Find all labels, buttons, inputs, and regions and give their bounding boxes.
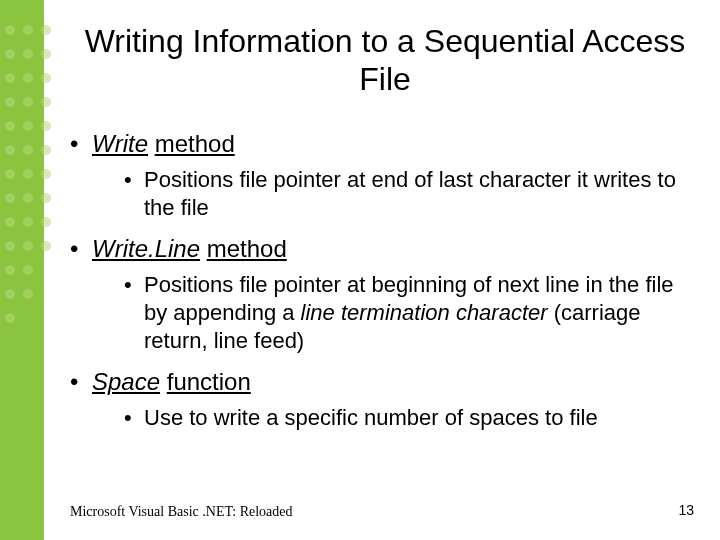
term-word: method (207, 235, 287, 262)
sub-list: Positions file pointer at beginning of n… (92, 271, 700, 355)
sub-item: Positions file pointer at end of last ch… (124, 166, 700, 222)
list-item: Write.Line method Positions file pointer… (70, 234, 700, 355)
list-item: Space function Use to write a specific n… (70, 367, 700, 432)
term-word: function (167, 368, 251, 395)
sub-item: Use to write a specific number of spaces… (124, 404, 700, 432)
term-word: method (155, 130, 235, 157)
term: Space (92, 368, 160, 395)
term: Write (92, 130, 148, 157)
slide-content: Writing Information to a Sequential Acce… (70, 22, 700, 444)
slide-title: Writing Information to a Sequential Acce… (70, 22, 700, 99)
sub-text-ital: line termination character (301, 300, 548, 325)
footer-text: Microsoft Visual Basic .NET: Reloaded (70, 504, 293, 520)
sub-text: Use to write a specific number of spaces… (144, 405, 598, 430)
sidebar-accent (0, 0, 44, 540)
list-item: Write method Positions file pointer at e… (70, 129, 700, 222)
page-number: 13 (678, 502, 694, 518)
term: Write.Line (92, 235, 200, 262)
sub-item: Positions file pointer at beginning of n… (124, 271, 700, 355)
sub-list: Positions file pointer at end of last ch… (92, 166, 700, 222)
sub-list: Use to write a specific number of spaces… (92, 404, 700, 432)
bullet-list: Write method Positions file pointer at e… (70, 129, 700, 432)
sub-text: Positions file pointer at end of last ch… (144, 167, 676, 220)
